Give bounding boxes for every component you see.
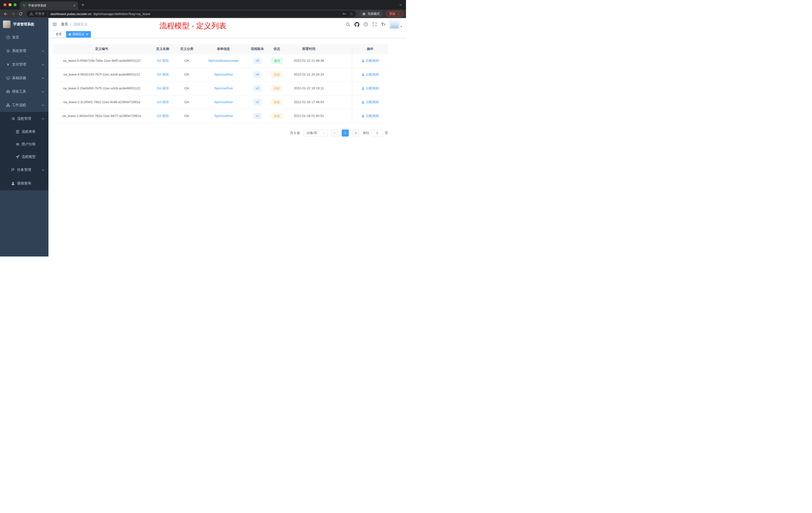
sidebar-item-process-form[interactable]: 流程表单 (0, 125, 49, 138)
tab-close-icon[interactable] (73, 4, 76, 7)
bookmark-star-icon[interactable]: ☆ (349, 12, 353, 16)
definition-name-link[interactable]: OA 请假 (157, 72, 169, 76)
url-domain[interactable]: dashboard.yudao.iocoder.cn (51, 12, 91, 16)
monitor-icon (6, 76, 10, 80)
sidebar-item-leave-query[interactable]: 请假查询 (0, 177, 49, 190)
security-label[interactable]: 不安全 (35, 11, 45, 16)
fullscreen-icon[interactable] (372, 22, 377, 27)
close-window-button[interactable] (3, 3, 6, 6)
sidebar-item-infrastructure[interactable]: 基础设施 (0, 71, 49, 85)
tab-title: 芋道管理系统 (28, 3, 71, 8)
search-icon[interactable] (346, 22, 350, 27)
chevron-down-icon (42, 50, 45, 53)
url-path[interactable]: /bpm/manager/definition?key=oa_leave (93, 12, 150, 16)
pagination: 共 5 条 10条/页 1 前往 页 (53, 129, 388, 137)
current-page-button[interactable]: 1 (342, 129, 349, 137)
sidebar-item-process-model[interactable]: 流程模型 (0, 151, 49, 163)
table-row: oa_leave:3:1fad3d93-7b75-11ec-a3c8-acde4… (53, 81, 388, 95)
cell-category: OA (175, 81, 199, 95)
header-status: 状态 (266, 44, 288, 54)
assign-rule-link[interactable]: 分配规则 (361, 114, 379, 118)
cell-definition-id: oa_leave:3:1fad3d93-7b75-11ec-a3c8-acde4… (53, 81, 150, 95)
active-tag-dot (69, 33, 71, 35)
user-icon (361, 73, 365, 76)
font-size-icon[interactable]: TT (381, 22, 385, 27)
avatar[interactable] (390, 20, 399, 29)
cell-filler (330, 67, 352, 81)
chevron-up-icon (42, 117, 45, 120)
cell-definition-id: oa_leave:2:3c1f0ef1-76b1-11ec-9c66-a2380… (53, 95, 150, 109)
cell-definition-id: oa_leave:5:004b710b-7b8a-11ec-8ef0-acde4… (53, 54, 150, 67)
sidebar-item-process-management[interactable]: 流程管理 (0, 112, 49, 125)
zoom-window-button[interactable] (13, 3, 17, 6)
annotation-title: 流程模型 - 定义列表 (160, 21, 227, 31)
cell-deploy-time: 2022-01-22 19:19:11 (288, 81, 330, 95)
goto-page-input[interactable] (371, 129, 383, 137)
header-filler (330, 44, 352, 54)
person-icon (11, 181, 15, 185)
sidebar-item-user-group[interactable]: 用户分组 (0, 138, 49, 151)
browser-tab[interactable]: 芋道管理系统 (20, 1, 78, 9)
cell-category: OA (175, 109, 199, 123)
status-tag: 挂起 (271, 99, 283, 105)
browser-update-button[interactable]: 更新 ⋮ (386, 11, 404, 17)
breadcrumb-current: 流程定义 (74, 22, 88, 27)
sidebar-item-devtools[interactable]: 研发工具 (0, 85, 49, 98)
help-icon[interactable]: ? (364, 22, 368, 27)
select-caret-icon (323, 131, 325, 134)
cell-deploy-time: 2022-01-22 21:48:38 (288, 54, 330, 67)
incognito-label: 无痕模式 (368, 12, 380, 16)
incognito-spy-icon (362, 12, 366, 16)
definition-name-link[interactable]: OA 请假 (157, 86, 169, 90)
form-link[interactable]: /bpm/oa/flow (214, 100, 233, 104)
definition-name-link[interactable]: OA 请假 (157, 100, 169, 104)
breadcrumb-home[interactable]: 首页 (61, 22, 68, 27)
sidebar-item-home[interactable]: 首页 (0, 31, 49, 44)
sidebar-item-task-management[interactable]: 任务管理 (0, 163, 49, 177)
table-header-row: 定义编号 定义名称 定义分类 表单信息 流程版本 状态 部署时间 操作 (53, 44, 388, 54)
status-tag: 激活 (271, 58, 283, 64)
cell-filler (330, 54, 352, 67)
list-icon (11, 117, 15, 121)
assign-rule-link[interactable]: 分配规则 (361, 86, 379, 91)
content-area: 定义编号 定义名称 定义分类 表单信息 流程版本 状态 部署时间 操作 (49, 38, 406, 256)
sidebar-item-workflow[interactable]: 工作流程 (0, 98, 49, 112)
page-size-select[interactable]: 10条/页 (303, 129, 328, 137)
back-button[interactable] (2, 10, 8, 17)
assign-rule-link[interactable]: 分配规则 (361, 72, 379, 77)
github-icon[interactable] (354, 22, 359, 27)
sidebar-item-payment[interactable]: ¥ 支付管理 (0, 58, 49, 71)
avatar-caret-icon[interactable]: ▾ (401, 25, 402, 28)
not-secure-warning-icon[interactable] (30, 12, 33, 16)
chevron-down-icon (42, 63, 45, 66)
definition-name-link[interactable]: OA 请假 (157, 114, 169, 118)
hamburger-icon[interactable] (53, 22, 57, 27)
sidebar-logo[interactable]: 芋道管理系统 (0, 18, 49, 31)
form-link[interactable]: /bpm/oa/flow (214, 86, 233, 90)
prev-page-button[interactable] (331, 129, 338, 137)
address-bar[interactable]: 不安全 dashboard.yudao.iocoder.cn /bpm/mana… (27, 10, 356, 17)
assign-rule-link[interactable]: 分配规则 (361, 58, 379, 63)
assign-rule-link[interactable]: 分配规则 (361, 100, 379, 104)
chevron-right-icon (354, 131, 357, 134)
form-link[interactable]: /bpm/oa/flow (214, 72, 233, 76)
browser-menu-icon[interactable]: ⋮ (397, 12, 401, 16)
browser-tab-strip: 芋道管理系统 (0, 0, 406, 9)
table-row: oa_leave:2:3c1f0ef1-76b1-11ec-9c66-a2380… (53, 95, 388, 109)
sidebar-item-system[interactable]: 系统管理 (0, 44, 49, 58)
favicon-plant-icon (22, 4, 26, 7)
new-tab-button[interactable] (81, 3, 85, 6)
tag-close-icon[interactable] (86, 33, 88, 35)
forward-button[interactable] (10, 10, 16, 17)
form-link[interactable]: /bpm/oa/leave/create (208, 59, 238, 62)
tab-search-chevron-icon[interactable] (399, 3, 402, 6)
form-link[interactable]: /bpm/oa/flow (214, 114, 233, 118)
tag-process-definition[interactable]: 流程定义 (66, 31, 91, 38)
minimize-window-button[interactable] (8, 3, 11, 6)
reload-button[interactable] (18, 10, 24, 17)
definition-name-link[interactable]: OA 请假 (157, 59, 169, 62)
tag-home[interactable]: 首页 (53, 31, 64, 38)
user-icon (361, 87, 365, 90)
next-page-button[interactable] (352, 129, 359, 137)
password-key-icon[interactable] (342, 12, 346, 16)
